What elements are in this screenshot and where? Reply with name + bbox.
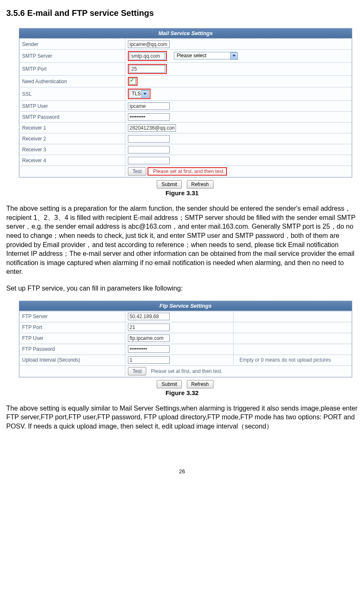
mail-settings-panel: Mail Service Settings Sender SMTP Server… bbox=[19, 28, 352, 178]
paragraph-mail-explain: The above setting is a preparation for t… bbox=[6, 204, 358, 276]
receiver1-label: Receiver 1 bbox=[20, 122, 125, 133]
mail-test-hint: Please set at first, and then test. bbox=[153, 168, 224, 174]
ftp-server-input[interactable] bbox=[128, 313, 170, 320]
ftp-panel-title: Ftp Service Settings bbox=[19, 301, 352, 311]
ftp-upload-label: Upload Interval (Seconds) bbox=[20, 355, 125, 365]
smtp-pass-label: SMTP Password bbox=[20, 112, 125, 122]
receiver2-input[interactable] bbox=[128, 135, 170, 143]
ssl-label: SSL bbox=[20, 87, 125, 101]
smtp-server-input[interactable] bbox=[130, 52, 165, 60]
paragraph-ftp-intro: Set up FTP service, you can fill in para… bbox=[6, 284, 358, 293]
sender-label: Sender bbox=[20, 39, 125, 50]
ftp-user-input[interactable] bbox=[128, 334, 170, 342]
smtp-user-input[interactable] bbox=[128, 102, 170, 110]
smtp-port-input[interactable] bbox=[130, 65, 165, 73]
receiver4-label: Receiver 4 bbox=[20, 155, 125, 166]
mail-test-button[interactable]: Test bbox=[128, 167, 146, 176]
mail-panel-title: Mail Service Settings bbox=[19, 28, 352, 38]
receiver4-input[interactable] bbox=[128, 157, 170, 164]
receiver3-label: Receiver 3 bbox=[20, 144, 125, 155]
chevron-down-icon bbox=[141, 90, 149, 98]
ftp-port-label: FTP Port bbox=[20, 322, 125, 333]
ftp-submit-button[interactable]: Submit bbox=[157, 380, 181, 388]
ftp-settings-panel: Ftp Service Settings FTP Server FTP Port… bbox=[19, 301, 352, 378]
need-auth-label: Need Authentication bbox=[20, 76, 125, 87]
ftp-test-button[interactable]: Test bbox=[128, 367, 146, 375]
mail-refresh-button[interactable]: Refresh bbox=[187, 180, 214, 189]
ftp-server-label: FTP Server bbox=[20, 311, 125, 322]
ftp-pass-input[interactable] bbox=[128, 345, 170, 353]
smtp-user-label: SMTP User bbox=[20, 101, 125, 112]
section-heading: 3.5.6 E-mail and FTP service Settings bbox=[6, 8, 358, 18]
mail-settings-table: Sender SMTP Server Please select SMTP Po… bbox=[19, 38, 352, 177]
mail-submit-button[interactable]: Submit bbox=[157, 180, 181, 189]
ftp-user-label: FTP User bbox=[20, 333, 125, 344]
ftp-settings-table: FTP Server FTP Port FTP User FTP Passwor… bbox=[19, 311, 352, 377]
ftp-upload-hint: Empty or 0 means do not upload pictures bbox=[239, 357, 331, 363]
smtp-pass-input[interactable] bbox=[128, 113, 170, 121]
receiver1-input[interactable] bbox=[128, 124, 176, 132]
smtp-server-select[interactable]: Please select bbox=[174, 52, 237, 59]
smtp-server-label: SMTP Server bbox=[20, 50, 125, 63]
ftp-refresh-button[interactable]: Refresh bbox=[187, 380, 214, 388]
figure-caption-mail: Figure 3.31 bbox=[6, 189, 358, 196]
chevron-down-icon bbox=[230, 52, 238, 60]
receiver2-label: Receiver 2 bbox=[20, 133, 125, 144]
page-number: 26 bbox=[6, 468, 358, 475]
ftp-pass-label: FTP Password bbox=[20, 344, 125, 355]
sender-input[interactable] bbox=[128, 41, 170, 48]
smtp-port-label: SMTP Port bbox=[20, 63, 125, 76]
ftp-upload-input[interactable] bbox=[128, 356, 170, 364]
receiver3-input[interactable] bbox=[128, 146, 170, 153]
figure-caption-ftp: Figure 3.32 bbox=[6, 389, 358, 396]
need-auth-checkbox[interactable] bbox=[130, 78, 136, 84]
paragraph-ftp-explain: The above setting is equally similar to … bbox=[6, 404, 358, 431]
ftp-test-hint: Please set at first, and then test. bbox=[151, 368, 222, 374]
ftp-port-input[interactable] bbox=[128, 324, 170, 331]
